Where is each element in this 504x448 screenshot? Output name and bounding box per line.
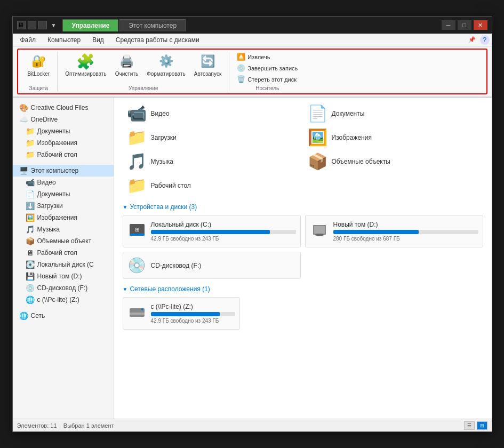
disk-local-c-name: Локальный диск (C:) <box>151 221 296 228</box>
network-drive-z-icon <box>127 302 147 325</box>
devices-header[interactable]: ▼ Устройства и диски (3) <box>123 203 483 211</box>
optimize-icon: 🧩 <box>77 53 94 70</box>
disk-local-c[interactable]: ⊞ Локальный диск (C:) 42,9 ГБ свободно и… <box>123 215 301 247</box>
tab-manage[interactable]: Управление <box>62 19 118 31</box>
disk-local-c-icon: ⊞ <box>127 220 147 243</box>
network-drive-z[interactable]: c (\\Pc-lite) (Z:) 42,9 ГБ свободно из 2… <box>123 297 240 330</box>
cd-f-icon: 💿 <box>26 284 35 292</box>
ribbon: 🔐 BitLocker Защита 🧩 Оптимизировать 🖨️ О… <box>13 46 492 98</box>
disk-cd-f[interactable]: 💿 CD-дисковод (F:) <box>123 252 301 279</box>
sidebar-item-onedrive[interactable]: ☁️ OneDrive <box>13 114 114 125</box>
explorer-window: 🖥 ▼ Управление Этот компьютер ─ □ ✕ Файл… <box>12 16 492 432</box>
menu-computer[interactable]: Компьютер <box>42 35 86 45</box>
svg-text:⊞: ⊞ <box>135 227 139 233</box>
sidebar-item-net-z[interactable]: 🌐 c (\\Pc-lite) (Z:) <box>13 294 114 306</box>
folder-objects[interactable]: 📦 Объемные объекты <box>303 150 483 173</box>
main-area: 🎨 Creative Cloud Files ☁️ OneDrive 📁 Док… <box>13 98 492 419</box>
images2-label: Изображения <box>37 214 77 221</box>
format-label: Форматировать <box>147 71 186 77</box>
pin-icon[interactable]: 📌 <box>468 36 476 43</box>
erase-disc-icon: 🗑️ <box>237 75 245 83</box>
sidebar-item-downloads[interactable]: ⬇️ Загрузки <box>13 200 114 212</box>
network-drive-z-bar-bg <box>151 312 235 316</box>
quick-access-btn[interactable] <box>28 21 36 29</box>
view-tiles-button[interactable]: ⊞ <box>477 421 487 430</box>
minimize-button[interactable]: ─ <box>442 20 455 30</box>
menu-bar: Файл Компьютер Вид Средства работы с дис… <box>13 34 492 46</box>
maximize-button[interactable]: □ <box>458 20 471 30</box>
folder-downloads-icon: 📁 <box>127 128 147 147</box>
folder-desktop[interactable]: 📁 Рабочий стол <box>123 174 302 197</box>
sidebar-item-documents[interactable]: 📁 Документы <box>13 125 114 137</box>
close-button[interactable]: ✕ <box>474 20 487 30</box>
sidebar-item-music[interactable]: 🎵 Музыка <box>13 223 114 235</box>
svg-rect-7 <box>130 313 145 315</box>
autoplay-icon: 🔄 <box>199 53 217 70</box>
this-pc-label: Этот компьютер <box>31 167 79 174</box>
tab-this-pc[interactable]: Этот компьютер <box>119 19 186 31</box>
sidebar-item-creative-cloud[interactable]: 🎨 Creative Cloud Files <box>13 102 114 114</box>
menu-view[interactable]: Вид <box>87 35 109 45</box>
disk-new-d-bar-fill <box>333 230 419 234</box>
sidebar-item-desktop2[interactable]: 🖥 Рабочий стол <box>13 247 114 259</box>
elements-count: Элементов: 11 <box>17 422 57 429</box>
folder-video[interactable]: 📹 Видео <box>123 102 302 125</box>
disk-new-d-space: 280 ГБ свободно из 687 ГБ <box>333 236 478 242</box>
disk-new-d[interactable]: Новый том (D:) 280 ГБ свободно из 687 ГБ <box>305 215 483 247</box>
network-header[interactable]: ▼ Сетевые расположения (1) <box>123 285 483 293</box>
local-c-icon: 💽 <box>26 260 35 269</box>
disk-new-d-name: Новый том (D:) <box>333 221 478 228</box>
sidebar-item-network[interactable]: 🌐 Сеть <box>13 310 114 322</box>
images-label: Изображения <box>37 139 77 147</box>
bitlocker-button[interactable]: 🔐 BitLocker <box>25 52 53 78</box>
network-title: Сетевые расположения (1) <box>130 285 210 293</box>
finish-burn-button[interactable]: 💿 Завершить запись <box>234 63 301 73</box>
clean-button[interactable]: 🖨️ Очистить <box>112 52 142 78</box>
desktop-label: Рабочий стол <box>37 151 77 158</box>
this-pc-icon: 🖥️ <box>19 166 29 175</box>
finish-burn-label: Завершить запись <box>247 65 298 71</box>
sidebar-item-desktop[interactable]: 📁 Рабочий стол <box>13 149 114 161</box>
local-c-label: Локальный диск (С <box>37 261 94 268</box>
sidebar-item-this-pc[interactable]: 🖥️ Этот компьютер <box>13 165 114 177</box>
view-list-button[interactable]: ☰ <box>464 421 475 430</box>
autoplay-button[interactable]: 🔄 Автозапуск <box>191 52 225 78</box>
help-button[interactable]: ? <box>480 35 490 45</box>
new-d-label: Новый том (D:) <box>37 273 82 280</box>
erase-disc-button[interactable]: 🗑️ Стереть этот диск <box>234 74 301 84</box>
sidebar-item-video[interactable]: 📹 Видео <box>13 177 114 188</box>
eject-label: Извлечь <box>247 54 270 60</box>
menu-disk-tools[interactable]: Средства работы с дисками <box>110 35 205 45</box>
folder-images[interactable]: 🖼️ Изображения <box>303 126 483 149</box>
media-actions: ⏏️ Извлечь 💿 Завершить запись 🗑️ Стереть… <box>234 52 301 84</box>
sidebar-item-new-d[interactable]: 💾 Новый том (D:) <box>13 270 114 282</box>
optimize-button[interactable]: 🧩 Оптимизировать <box>62 52 109 78</box>
sidebar-item-images[interactable]: 📁 Изображения <box>13 137 114 149</box>
sidebar-item-objects[interactable]: 📦 Объемные объект <box>13 235 114 247</box>
menu-file[interactable]: Файл <box>15 35 42 45</box>
sidebar-item-images2[interactable]: 🖼️ Изображения <box>13 212 114 223</box>
disk-local-c-info: Локальный диск (C:) 42,9 ГБ свободно из … <box>151 221 296 242</box>
folder-desktop-name: Рабочий стол <box>151 182 191 189</box>
eject-button[interactable]: ⏏️ Извлечь <box>234 52 301 62</box>
folder-music-name: Музыка <box>151 158 173 165</box>
desktop2-icon: 🖥 <box>26 249 35 257</box>
quick-access-btn2[interactable] <box>38 21 47 29</box>
downloads-label: Загрузки <box>37 202 63 210</box>
clean-icon: 🖨️ <box>118 53 135 70</box>
format-button[interactable]: ⚙️ Форматировать <box>143 52 189 78</box>
dropdown-arrow[interactable]: ▼ <box>51 22 57 28</box>
network-drive-z-info: c (\\Pc-lite) (Z:) 42,9 ГБ свободно из 2… <box>151 303 235 324</box>
net-z-icon: 🌐 <box>26 295 35 304</box>
sidebar-item-local-c[interactable]: 💽 Локальный диск (С <box>13 259 114 270</box>
format-icon: ⚙️ <box>157 53 174 70</box>
folder-music[interactable]: 🎵 Музыка <box>123 150 302 173</box>
folder-documents[interactable]: 📄 Документы <box>303 102 483 125</box>
cd-f-label: CD-дисковод (F:) <box>37 284 88 292</box>
sidebar-item-cd-f[interactable]: 💿 CD-дисковод (F:) <box>13 282 114 294</box>
disk-cd-f-info: CD-дисковод (F:) <box>151 262 296 269</box>
folder-downloads[interactable]: 📁 Загрузки <box>123 126 302 149</box>
sidebar-quick-access: 🎨 Creative Cloud Files ☁️ OneDrive 📁 Док… <box>13 100 114 163</box>
folder-objects-name: Объемные объекты <box>332 158 390 165</box>
sidebar-item-docs2[interactable]: 📄 Документы <box>13 188 114 200</box>
